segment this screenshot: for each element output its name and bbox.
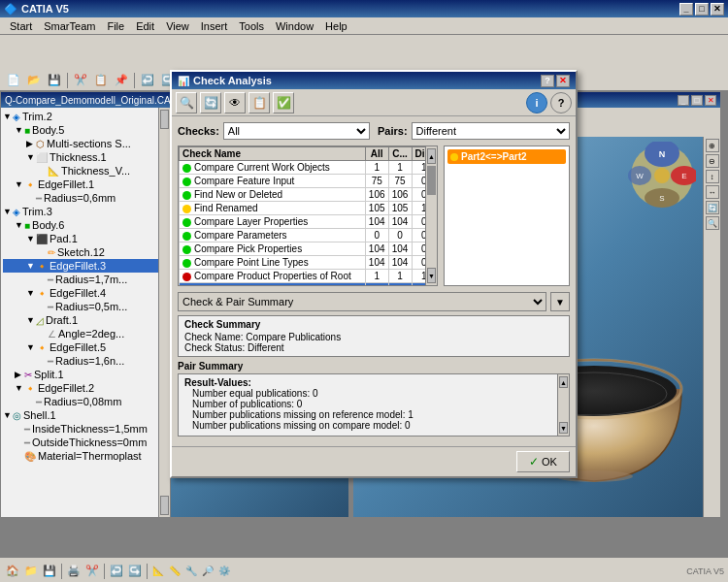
table-row[interactable]: Compare Layer Properties1041040 — [180, 215, 437, 229]
pair-item[interactable]: Part2<=>Part2 — [447, 149, 566, 164]
toolbar-paste[interactable]: 📌 — [112, 72, 131, 88]
btm-t3[interactable]: 🔧 — [183, 564, 199, 579]
tree-item-body6[interactable]: ▼ ■ Body.6 — [3, 218, 168, 232]
btm-redo[interactable]: ↪️ — [126, 563, 144, 580]
tree-item-inside[interactable]: ━ InsideThickness=1,5mm — [3, 422, 168, 436]
tree-item-radius008[interactable]: ━ Radius=0,08mm — [3, 395, 168, 408]
dtool-check[interactable]: ✅ — [273, 92, 294, 113]
vtool-btn-2[interactable]: ⊖ — [706, 154, 719, 168]
tree-item-edgefillet5[interactable]: ▼ 🔸 EdgeFillet.5 — [3, 340, 168, 354]
btm-folder[interactable]: 📁 — [22, 563, 40, 580]
dtool-question[interactable]: ? — [550, 92, 572, 113]
checks-select[interactable]: All — [223, 122, 370, 140]
tree-item-thickness1[interactable]: ▼ ⬜ Thickness.1 — [3, 150, 168, 164]
menu-edit[interactable]: Edit — [130, 19, 160, 33]
tree-item-edgefillet1[interactable]: ▼ 🔸 EdgeFillet.1 — [3, 178, 168, 191]
dtool-refresh[interactable]: 🔄 — [200, 92, 221, 113]
maximize-button[interactable]: □ — [695, 3, 709, 16]
tree-item-thickness-v[interactable]: 📐 Thickness_V... — [3, 164, 168, 178]
tree-item-radius05[interactable]: ━ Radius=0,5m... — [3, 300, 168, 313]
table-row[interactable]: Compare Point Line Types1041040 — [180, 256, 437, 270]
tree-item-draft1[interactable]: ▼ ◿ Draft.1 — [3, 313, 168, 327]
btm-t4[interactable]: 🔎 — [200, 564, 215, 579]
dialog-help-btn[interactable]: ? — [541, 75, 554, 87]
tree-item-edgefillet2[interactable]: ▼ 🔸 EdgeFillet.2 — [3, 381, 168, 395]
btm-t5[interactable]: ⚙️ — [216, 564, 232, 579]
btm-undo[interactable]: ↩️ — [108, 563, 125, 580]
tree-item-trim2[interactable]: ▼ ◈ Trim.2 — [3, 110, 168, 123]
toolbar-undo[interactable]: ↩️ — [138, 72, 157, 88]
summary-dropdown-btn[interactable]: ▼ — [550, 292, 570, 311]
toolbar-new[interactable]: 📄 — [4, 72, 23, 88]
menu-help[interactable]: Help — [319, 19, 353, 33]
tree-item-outside[interactable]: ━ OutsideThickness=0mm — [3, 436, 168, 449]
menu-file[interactable]: File — [101, 19, 130, 33]
toolbar-copy[interactable]: 📋 — [91, 72, 111, 88]
tree-item-shell1[interactable]: ▼ ◎ Shell.1 — [3, 408, 168, 422]
tree-item-material[interactable]: 🎨 Material=Thermoplast — [3, 449, 168, 463]
pairs-select[interactable]: Different — [412, 122, 570, 140]
table-row[interactable]: Compare Feature Input75750 — [180, 175, 437, 188]
menu-smarteam[interactable]: SmarTeam — [38, 19, 101, 33]
table-row[interactable]: Find Renamed1051051 — [180, 202, 437, 215]
tree-item-pad1[interactable]: ▼ ⬛ Pad.1 — [3, 232, 168, 245]
menu-view[interactable]: View — [160, 19, 195, 33]
compass: N E S W — [628, 142, 696, 210]
tree-item-edgefillet4[interactable]: ▼ 🔸 EdgeFillet.4 — [3, 286, 168, 300]
table-row[interactable]: Compare Publications111 — [180, 283, 437, 287]
menu-start[interactable]: Start — [4, 19, 38, 33]
tree-item-radius17[interactable]: ━ Radius=1,7m... — [3, 273, 168, 286]
menu-window[interactable]: Window — [270, 19, 319, 33]
vtool-btn-3[interactable]: ↕ — [706, 170, 719, 183]
tree-item-body5[interactable]: ▼ ■ Body.5 — [3, 123, 168, 137]
tree-item-edgefillet3[interactable]: ▼ 🔸 EdgeFillet.3 — [3, 259, 168, 273]
right-win-min[interactable]: _ — [678, 95, 689, 106]
tree-scrollbar[interactable] — [158, 108, 170, 517]
btm-cut[interactable]: ✂️ — [83, 563, 101, 580]
dtool-list[interactable]: 📋 — [248, 92, 270, 113]
col-c[interactable]: C... — [388, 147, 412, 161]
vtool-btn-4[interactable]: ↔ — [706, 185, 719, 199]
btm-t1[interactable]: 📐 — [150, 564, 166, 579]
dtool-eye[interactable]: 👁 — [224, 92, 246, 113]
dtool-search[interactable]: 🔍 — [176, 92, 197, 113]
toolbar-save[interactable]: 💾 — [45, 72, 64, 88]
tree-item-multi[interactable]: ▶ ⬡ Multi-sections S... — [3, 137, 168, 150]
table-row[interactable]: Compare Product Properties of Root111 — [180, 270, 437, 283]
btm-t2[interactable]: 📏 — [167, 564, 182, 579]
tree-item-trim3[interactable]: ▼ ◈ Trim.3 — [3, 205, 168, 218]
tree-item-sketch12[interactable]: ✏ Sketch.12 — [3, 245, 168, 259]
close-button[interactable]: ✕ — [711, 3, 724, 16]
pair-summary-scrollbar[interactable]: ▲ ▼ — [557, 374, 569, 436]
table-row[interactable]: Compare Parameters000 — [180, 229, 437, 242]
table-row[interactable]: Compare Current Work Objects111 — [180, 161, 437, 175]
tree-item-radius16[interactable]: ━ Radius=1,6n... — [3, 354, 168, 368]
col-check-name[interactable]: Check Name — [180, 147, 366, 161]
table-row[interactable]: Find New or Deleted1061060 — [180, 188, 437, 202]
dtool-info[interactable]: i — [526, 92, 547, 113]
dialog-close-btn[interactable]: ✕ — [556, 75, 570, 87]
btm-print[interactable]: 🖨️ — [65, 563, 83, 580]
tree-item-radius6[interactable]: ━ Radius=0,6mm — [3, 191, 168, 205]
tree-item-split1[interactable]: ▶ ✂ Split.1 — [3, 368, 168, 381]
right-win-max[interactable]: □ — [691, 95, 703, 106]
vtool-btn-1[interactable]: ⊕ — [706, 139, 719, 152]
col-all[interactable]: All — [365, 147, 388, 161]
tree-item-angle2[interactable]: ∠ Angle=2deg... — [3, 327, 168, 340]
summary-dropdown-select[interactable]: Check & Pair Summary — [178, 292, 546, 311]
menu-insert[interactable]: Insert — [195, 19, 234, 33]
right-win-close[interactable]: ✕ — [705, 95, 716, 106]
vtool-btn-6[interactable]: 🔍 — [706, 216, 719, 230]
checks-table-scrollbar[interactable]: ▲ ▼ — [425, 146, 437, 285]
toolbar-open[interactable]: 📂 — [24, 72, 44, 88]
menu-tools[interactable]: Tools — [233, 19, 270, 33]
btm-home[interactable]: 🏠 — [4, 563, 21, 580]
minimize-button[interactable]: _ — [679, 3, 693, 16]
table-row[interactable]: Compare Pick Properties1041040 — [180, 242, 437, 256]
toolbar-cut[interactable]: ✂️ — [71, 72, 90, 88]
app-title: CATIA V5 — [21, 3, 69, 15]
btm-save[interactable]: 💾 — [41, 563, 58, 580]
title-bar: 🔷 CATIA V5 _ □ ✕ — [0, 0, 728, 17]
vtool-btn-5[interactable]: 🔄 — [706, 201, 719, 214]
ok-button[interactable]: ✓ OK — [516, 451, 570, 472]
